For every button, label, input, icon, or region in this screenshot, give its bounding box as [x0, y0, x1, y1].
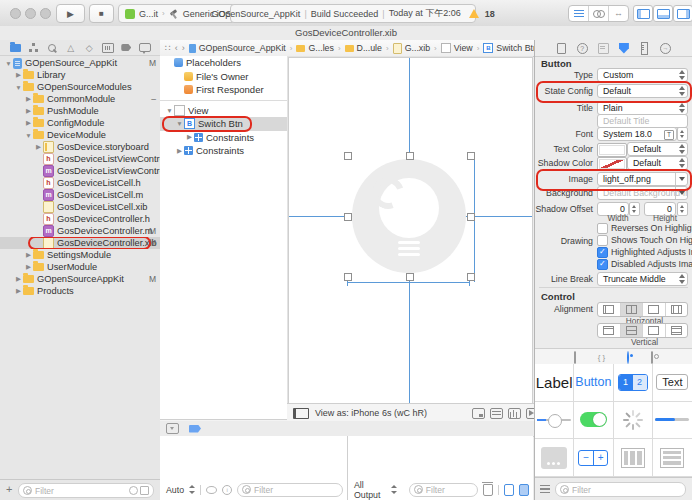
- console-filter-field[interactable]: Filter: [409, 483, 478, 497]
- checkbox[interactable]: [597, 247, 608, 258]
- align-vfill-segment[interactable]: [666, 324, 688, 337]
- find-navigator-tab[interactable]: [46, 42, 58, 53]
- warning-count[interactable]: 18: [485, 9, 495, 19]
- breadcrumb-item[interactable]: GOpenSource_AppKit: [189, 43, 286, 53]
- text-color-well[interactable]: [597, 143, 627, 157]
- resize-handle-bottom-right[interactable]: [467, 273, 475, 281]
- background-combo[interactable]: Default Background Image: [597, 186, 688, 200]
- navigator-row[interactable]: ▼DeviceModule: [0, 129, 160, 141]
- title-popup[interactable]: Plain: [597, 101, 688, 115]
- vertical-stack-view-object[interactable]: [653, 439, 692, 477]
- stop-button[interactable]: ■: [89, 4, 114, 23]
- navigator-row[interactable]: ▶CommonModule–: [0, 93, 160, 105]
- info-icon[interactable]: i: [222, 485, 232, 495]
- navigator-row[interactable]: ▶UserModule: [0, 261, 160, 273]
- toggle-navigator-button[interactable]: [633, 5, 653, 22]
- forward-button[interactable]: ›: [182, 43, 185, 53]
- minimize-window-button[interactable]: [25, 8, 36, 19]
- navigator-filter-field[interactable]: Filter: [18, 483, 154, 498]
- progress-view-object[interactable]: [653, 402, 692, 440]
- assistant-editor-button[interactable]: [589, 6, 609, 21]
- resize-handle-bottom-left[interactable]: [344, 273, 352, 281]
- breadcrumb-item[interactable]: View: [441, 43, 473, 53]
- library-filter-field[interactable]: Filter: [555, 482, 686, 497]
- align-fill-segment[interactable]: [666, 303, 688, 316]
- resize-handle-right[interactable]: [467, 213, 475, 221]
- hide-debug-area-icon[interactable]: [166, 423, 179, 434]
- console-scope-popup[interactable]: All Output: [354, 480, 386, 500]
- disclosure-triangle-icon[interactable]: ▶: [24, 95, 33, 103]
- activity-indicator-object[interactable]: [614, 402, 653, 440]
- variables-filter-field[interactable]: Filter: [237, 483, 343, 497]
- outline-row[interactable]: Placeholders: [160, 56, 287, 70]
- align-right-segment[interactable]: [643, 303, 666, 316]
- navigator-row[interactable]: GosDeviceListViewController.m: [0, 165, 160, 177]
- debug-navigator-tab[interactable]: [102, 42, 114, 53]
- resize-handle-top[interactable]: [406, 152, 414, 160]
- navigator-row[interactable]: ▶PushModule: [0, 105, 160, 117]
- align-bottom-segment[interactable]: [643, 324, 666, 337]
- label-object[interactable]: Label: [535, 364, 574, 402]
- segmented-control-object[interactable]: 12: [614, 364, 653, 402]
- navigator-row[interactable]: ▶SettingsModule: [0, 249, 160, 261]
- disclosure-triangle-icon[interactable]: ▶: [24, 119, 33, 127]
- align-top-segment[interactable]: [598, 324, 621, 337]
- back-button[interactable]: ‹: [175, 43, 178, 53]
- recent-files-icon[interactable]: [129, 486, 138, 495]
- navigator-row[interactable]: ▶Products: [0, 285, 160, 297]
- view-as-label[interactable]: View as: iPhone 6s (wC hR): [315, 408, 427, 418]
- size-inspector-tab[interactable]: [639, 43, 650, 54]
- embed-in-stack-icon[interactable]: [472, 408, 485, 419]
- text-field-object[interactable]: Text: [653, 364, 692, 402]
- image-combo[interactable]: light_off.png: [597, 172, 688, 186]
- navigator-row[interactable]: GosDeviceController.h: [0, 213, 160, 225]
- navigator-row[interactable]: GosDeviceController.mM: [0, 225, 160, 237]
- navigator-row[interactable]: GosDeviceController.xibM: [0, 237, 160, 249]
- button-object[interactable]: Button: [574, 364, 613, 402]
- checkbox[interactable]: [597, 259, 608, 270]
- disclosure-triangle-icon[interactable]: ▼: [175, 120, 184, 127]
- resize-handle-bottom[interactable]: [406, 273, 414, 281]
- related-items-icon[interactable]: ∷: [165, 43, 171, 53]
- horizontal-alignment-segmented[interactable]: [597, 302, 688, 317]
- navigator-row[interactable]: ▼GOpenSource_AppKitM: [0, 57, 160, 69]
- breadcrumb-item[interactable]: G...xib: [393, 43, 430, 54]
- navigator-row[interactable]: GosDeviceListCell.h: [0, 177, 160, 189]
- view-canvas[interactable]: [288, 57, 533, 404]
- line-break-popup[interactable]: Truncate Middle: [597, 272, 688, 286]
- outline-row[interactable]: File's Owner: [160, 70, 287, 84]
- code-snippet-library-tab[interactable]: { }: [598, 353, 606, 362]
- disclosure-triangle-icon[interactable]: ▶: [24, 251, 33, 259]
- disclosure-triangle-icon[interactable]: ▼: [14, 84, 23, 91]
- add-file-button[interactable]: +: [6, 484, 12, 495]
- toggle-utilities-button[interactable]: [673, 5, 692, 22]
- symbol-navigator-tab[interactable]: [28, 42, 40, 53]
- zoom-window-button[interactable]: [40, 8, 51, 19]
- disclosure-triangle-icon[interactable]: ▶: [185, 133, 194, 141]
- breadcrumb-item[interactable]: D...ule: [345, 43, 382, 53]
- disclosure-triangle-icon[interactable]: ▶: [175, 147, 184, 155]
- resize-handle-top-left[interactable]: [344, 152, 352, 160]
- checkbox[interactable]: [597, 223, 608, 234]
- disclosure-triangle-icon[interactable]: ▶: [14, 275, 23, 283]
- standard-editor-button[interactable]: [569, 6, 589, 21]
- breadcrumb-item[interactable]: G...les: [296, 43, 333, 53]
- object-library-tab[interactable]: [627, 352, 629, 363]
- vertical-alignment-segmented[interactable]: [597, 323, 688, 338]
- type-popup[interactable]: Custom: [597, 68, 688, 82]
- interface-builder-canvas[interactable]: [287, 56, 533, 403]
- test-navigator-tab[interactable]: ◇: [83, 42, 95, 53]
- report-navigator-tab[interactable]: [139, 42, 151, 53]
- connections-inspector-tab[interactable]: →: [660, 43, 671, 54]
- disclosure-triangle-icon[interactable]: ▼: [165, 107, 174, 114]
- navigator-row[interactable]: GosDeviceListCell.m: [0, 189, 160, 201]
- clear-console-icon[interactable]: [483, 484, 492, 496]
- shadow-color-popup[interactable]: Default: [627, 156, 688, 170]
- shadow-color-well[interactable]: [597, 157, 627, 171]
- disclosure-triangle-icon[interactable]: ▶: [24, 263, 33, 271]
- outline-row[interactable]: ▼View: [160, 104, 287, 118]
- show-console-view-button[interactable]: [519, 484, 529, 496]
- device-icon[interactable]: [293, 408, 309, 419]
- outline-row[interactable]: ▶Constraints: [160, 144, 287, 158]
- resize-handle-left[interactable]: [344, 213, 352, 221]
